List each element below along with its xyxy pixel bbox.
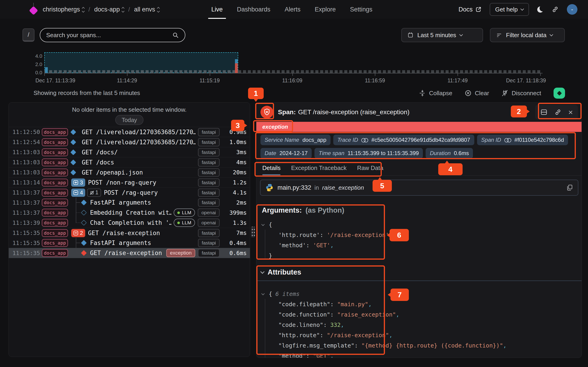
connection-status-indicator[interactable] — [553, 88, 565, 99]
span-tags: LLMopenai — [174, 209, 220, 217]
span-list-item[interactable]: 11:13:37docs_app41POST /rag-queryfastapi… — [9, 187, 250, 198]
theme-toggle-button[interactable] — [537, 6, 544, 13]
span-list-item[interactable]: 11:12:50docs_appGET /livereload/12703636… — [9, 127, 250, 137]
meta-pill-trace-id[interactable]: Trace ID#c5ec5005042796e91d5db42ca9fd980… — [333, 135, 474, 145]
tab-settings[interactable]: Settings — [350, 0, 372, 19]
meta-pill-span-id[interactable]: Span ID#f0110e542c798c6d — [477, 135, 568, 145]
detail-tab-exception-traceback[interactable]: Exception Traceback — [291, 165, 346, 175]
filter-button[interactable]: Filter local data — [490, 28, 565, 42]
code-line: "method": "GET", — [262, 351, 515, 358]
scope-chip[interactable]: fastapi — [198, 128, 220, 136]
tree-connector — [71, 198, 87, 208]
scope-chip[interactable]: openai — [198, 209, 220, 217]
span-duration: 1.2s — [220, 179, 247, 186]
scope-chip[interactable]: fastapi — [198, 249, 220, 257]
tab-live[interactable]: Live — [211, 0, 223, 19]
tab-explore[interactable]: Explore — [315, 0, 336, 19]
logfire-logo-icon[interactable] — [29, 4, 38, 15]
scope-chip[interactable]: fastapi — [198, 138, 220, 146]
copy-span-link-button[interactable] — [554, 109, 561, 116]
scope-chip[interactable]: openai — [198, 219, 220, 227]
service-chip[interactable]: docs_app — [42, 158, 68, 166]
span-list-item[interactable]: 11:15:35docs_appFastAPI argumentsfastapi… — [9, 238, 250, 248]
span-timeline-chart: 4.02.00.0Dec 17. 11:13:3911:14:2911:15:1… — [0, 50, 588, 89]
scope-chip[interactable]: fastapi — [198, 178, 220, 187]
attributes-heading[interactable]: Attributes — [261, 268, 301, 276]
y-axis-tick-label: 4.0 — [29, 53, 42, 59]
expand-collapse-badge[interactable]: 3 — [71, 178, 85, 187]
copy-button[interactable] — [566, 184, 573, 191]
code-line: "http.route": "/raise-exception", — [262, 330, 515, 340]
hidden-spans-badge[interactable]: 1 — [87, 189, 101, 197]
breadcrumb-item-all-envs[interactable]: all envs — [134, 6, 160, 13]
attributes-divider — [256, 281, 582, 281]
service-chip[interactable]: docs_app — [42, 138, 68, 146]
split-view-button[interactable] — [540, 109, 548, 116]
time-range-button[interactable]: Last 5 minutes — [401, 28, 483, 42]
child-count: 2 — [80, 230, 83, 236]
service-chip[interactable]: docs_app — [42, 249, 68, 257]
service-chip[interactable]: docs_app — [42, 169, 68, 176]
service-chip[interactable]: docs_app — [42, 209, 68, 217]
span-list-item[interactable]: 11:13:37docs_appEmbedding Creation wit…L… — [9, 208, 250, 218]
x-axis-tick-label: Dec 17. 11:13:39 — [23, 77, 87, 84]
panel-resize-handle[interactable] — [251, 227, 255, 238]
expand-collapse-badge[interactable]: 4 — [71, 189, 85, 197]
tree-vline — [76, 218, 76, 223]
close-icon[interactable]: × — [568, 108, 573, 116]
scope-chip[interactable]: fastapi — [198, 158, 220, 167]
docs-link[interactable]: Docs — [458, 6, 481, 13]
expand-collapse-badge[interactable]: 2 — [71, 229, 85, 237]
share-link-button[interactable] — [552, 6, 559, 13]
span-time: 11:13:39 — [9, 219, 37, 226]
today-pill[interactable]: Today — [115, 115, 144, 125]
detail-tab-details[interactable]: Details — [262, 165, 280, 175]
llm-pill[interactable]: LLM — [174, 219, 195, 227]
service-chip[interactable]: docs_app — [42, 199, 68, 206]
chevron-down-icon[interactable] — [261, 292, 265, 295]
span-list-item[interactable]: 11:12:54docs_appGET /livereload/12703636… — [9, 137, 250, 147]
scope-chip[interactable]: fastapi — [198, 198, 220, 207]
llm-pill[interactable]: LLM — [174, 209, 195, 217]
indent-guide — [265, 299, 265, 358]
chevron-down-icon[interactable] — [261, 223, 265, 226]
span-list-item[interactable]: 11:15:35docs_appGET /raise-exception …ex… — [9, 248, 250, 258]
service-chip[interactable]: docs_app — [42, 239, 68, 247]
span-list-item[interactable]: 11:13:39docs_appChat Completion with '…L… — [9, 218, 250, 228]
service-chip[interactable]: docs_app — [42, 219, 68, 227]
span-list-item[interactable]: 11:13:03docs_appGET /docsfastapi4ms — [9, 157, 250, 167]
time-window-selection[interactable] — [44, 52, 238, 73]
detail-tab-raw-data[interactable]: Raw Data — [357, 165, 383, 175]
service-chip[interactable]: docs_app — [42, 229, 68, 237]
breadcrumb-item-christophergs[interactable]: christophergs — [43, 6, 84, 13]
span-list-item[interactable]: 11:15:35docs_app2GET /raise-exceptionfas… — [9, 228, 250, 238]
span-list-item[interactable]: 11:13:03docs_appGET /docs/fastapi3ms — [9, 147, 250, 157]
service-chip[interactable]: docs_app — [42, 179, 68, 186]
service-chip[interactable]: docs_app — [42, 148, 68, 156]
service-chip[interactable]: docs_app — [42, 189, 68, 197]
scope-chip[interactable]: fastapi — [198, 189, 220, 197]
avatar[interactable]: - — [567, 4, 578, 15]
scope-chip[interactable]: fastapi — [198, 168, 220, 177]
x-axis-line — [44, 73, 543, 73]
disconnect-button[interactable]: Disconnect — [502, 90, 541, 97]
scope-chip[interactable]: fastapi — [198, 239, 220, 247]
tab-dashboards[interactable]: Dashboards — [237, 0, 271, 19]
scope-chip[interactable]: fastapi — [198, 148, 220, 156]
clear-button[interactable]: Clear — [465, 90, 489, 97]
tab-alerts[interactable]: Alerts — [285, 0, 300, 19]
tree-connector — [71, 208, 87, 218]
span-list-item[interactable]: 11:13:37docs_appFastAPI argumentsfastapi… — [9, 198, 250, 208]
span-list-item[interactable]: 11:13:03docs_appGET /openapi.jsonfastapi… — [9, 167, 250, 177]
service-chip[interactable]: docs_app — [42, 128, 68, 136]
span-list-item[interactable]: 11:13:14docs_app3POST /non-rag-queryfast… — [9, 177, 250, 187]
x-axis-tick — [44, 73, 45, 76]
search-input[interactable] — [46, 32, 172, 39]
exception-shield-icon — [260, 106, 273, 119]
get-help-button[interactable]: Get help — [490, 3, 529, 16]
scope-chip[interactable]: fastapi — [198, 229, 220, 237]
collapse-button[interactable]: Collapse — [419, 90, 452, 97]
exception-chip[interactable]: exception — [166, 249, 195, 257]
breadcrumb-item-docs-app[interactable]: docs-app — [94, 6, 124, 13]
histogram-bar — [235, 59, 238, 63]
